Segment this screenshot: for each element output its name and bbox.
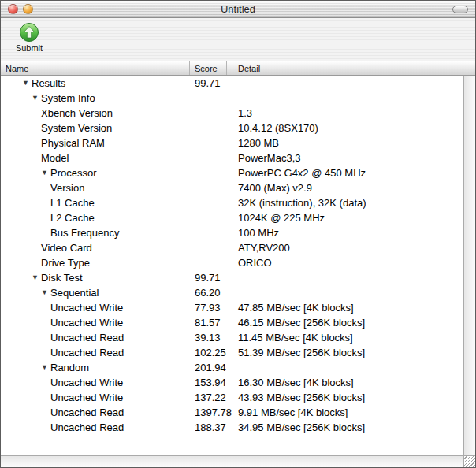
row-name-cell: Uncached Read	[1, 422, 190, 433]
table-row[interactable]: ▼ProcessorPowerPC G4x2 @ 450 MHz	[1, 165, 463, 180]
row-score: 99.71	[190, 272, 227, 284]
row-name-label: Processor	[50, 167, 97, 179]
toolbar-toggle-button[interactable]	[452, 6, 468, 13]
row-detail: ORICO	[227, 257, 463, 269]
submit-up-arrow-icon	[10, 22, 48, 43]
disclosure-triangle-icon[interactable]: ▼	[41, 169, 50, 176]
row-name-cell: L1 Cache	[1, 197, 190, 209]
table-row[interactable]: Uncached Write77.9347.85 MB/sec [4K bloc…	[1, 300, 463, 315]
disclosure-triangle-icon[interactable]: ▼	[32, 95, 41, 102]
table-row[interactable]: ModelPowerMac3,3	[1, 150, 463, 165]
row-name-label: Disk Test	[41, 272, 83, 284]
vertical-scrollbar[interactable]	[463, 76, 475, 455]
table-row[interactable]: Video CardATY,RV200	[1, 240, 463, 255]
disclosure-triangle-icon[interactable]: ▼	[41, 364, 50, 371]
table-row[interactable]: L1 Cache32K (instruction), 32K (data)	[1, 195, 463, 210]
row-name-label: Uncached Write	[50, 317, 123, 329]
row-detail: 11.45 MB/sec [4K blocks]	[227, 332, 463, 344]
disclosure-triangle-icon[interactable]: ▼	[22, 80, 32, 87]
row-score: 102.25	[190, 347, 227, 358]
row-name-label: Uncached Write	[50, 302, 123, 314]
row-detail: 100 MHz	[227, 227, 463, 239]
resize-grip-icon[interactable]	[463, 455, 475, 467]
row-name-cell: ▼Processor	[1, 167, 190, 179]
disclosure-triangle-icon[interactable]: ▼	[41, 289, 50, 296]
table-row[interactable]: ▼System Info	[1, 91, 463, 106]
window: Untitled Submit	[0, 0, 476, 468]
row-name-cell: Uncached Write	[1, 377, 190, 388]
column-header-score[interactable]: Score	[190, 61, 227, 75]
table-row[interactable]: ▼Disk Test99.71	[1, 270, 463, 285]
horizontal-scrollbar[interactable]	[1, 455, 463, 467]
row-score: 153.94	[190, 377, 227, 388]
row-score: 66.20	[190, 287, 227, 299]
results-outline: ▼Results99.71▼System InfoXbench Version1…	[1, 76, 463, 455]
table-row[interactable]: Version7400 (Max) v2.9	[1, 180, 463, 195]
row-name-cell: ▼System Info	[1, 92, 190, 104]
row-name-label: Physical RAM	[41, 137, 105, 149]
table-row[interactable]: ▼Sequential66.20	[1, 285, 463, 300]
row-detail: 1280 MB	[227, 137, 463, 149]
row-name-cell: ▼Random	[1, 362, 190, 373]
column-header-detail[interactable]: Detail	[227, 61, 475, 75]
table-row[interactable]: Uncached Write81.5746.15 MB/sec [256K bl…	[1, 315, 463, 330]
submit-label: Submit	[10, 43, 48, 53]
row-detail: ATY,RV200	[227, 242, 463, 254]
row-name-label: Uncached Read	[50, 332, 124, 344]
row-name-label: Model	[41, 152, 69, 164]
table-row[interactable]: Uncached Read188.3734.95 MB/sec [256K bl…	[1, 420, 463, 435]
row-name-label: Uncached Write	[50, 377, 123, 388]
row-score: 77.93	[190, 302, 227, 314]
table-row[interactable]: Physical RAM1280 MB	[1, 136, 463, 150]
row-name-cell: Uncached Read	[1, 347, 190, 358]
column-header-name[interactable]: Name	[1, 61, 190, 75]
row-score: 201.94	[190, 362, 227, 373]
row-name-label: Results	[32, 77, 65, 89]
disclosure-triangle-icon[interactable]: ▼	[32, 274, 41, 281]
row-score: 188.37	[190, 422, 227, 433]
row-name-cell: Model	[1, 152, 190, 164]
table-row[interactable]: System Version10.4.12 (8SX170)	[1, 121, 463, 136]
row-detail: 10.4.12 (8SX170)	[227, 122, 463, 134]
table-row[interactable]: Uncached Write137.2243.93 MB/sec [256K b…	[1, 390, 463, 405]
table-header: Name Score Detail	[1, 61, 475, 76]
row-name-label: Uncached Write	[50, 392, 123, 403]
row-name-cell: Version	[1, 182, 190, 194]
row-name-label: Video Card	[41, 242, 92, 254]
table-row[interactable]: Uncached Read1397.789.91 MB/sec [4K bloc…	[1, 405, 463, 420]
row-name-cell: Xbench Version	[1, 107, 190, 119]
window-title: Untitled	[1, 1, 475, 18]
row-detail: 9.91 MB/sec [4K blocks]	[227, 407, 463, 418]
row-name-label: L2 Cache	[50, 212, 95, 224]
table-row[interactable]: L2 Cache1024K @ 225 MHz	[1, 210, 463, 225]
table-row[interactable]: Xbench Version1.3	[1, 106, 463, 121]
row-detail: 7400 (Max) v2.9	[227, 182, 463, 194]
row-name-label: Uncached Read	[50, 422, 124, 433]
table-row[interactable]: Uncached Write153.9416.30 MB/sec [4K blo…	[1, 375, 463, 390]
submit-button[interactable]: Submit	[10, 22, 48, 53]
table-row[interactable]: Uncached Read39.1311.45 MB/sec [4K block…	[1, 330, 463, 345]
row-name-cell: Uncached Read	[1, 407, 190, 418]
row-name-cell: ▼Disk Test	[1, 272, 190, 284]
row-name-cell: Bus Frequency	[1, 227, 190, 239]
row-name-cell: ▼Results	[1, 77, 190, 89]
row-name-cell: Uncached Write	[1, 392, 190, 403]
row-name-label: Uncached Read	[50, 407, 124, 418]
row-detail: 46.15 MB/sec [256K blocks]	[227, 317, 463, 329]
table-row[interactable]: Drive TypeORICO	[1, 255, 463, 270]
row-name-cell: L2 Cache	[1, 212, 190, 224]
row-detail: PowerMac3,3	[227, 152, 463, 164]
row-detail: 1.3	[227, 107, 463, 119]
table-row[interactable]: ▼Random201.94	[1, 360, 463, 375]
titlebar[interactable]: Untitled	[1, 1, 475, 18]
row-score: 99.71	[190, 77, 227, 89]
table-row[interactable]: ▼Results99.71	[1, 76, 463, 91]
row-name-cell: System Version	[1, 122, 190, 134]
row-name-cell: ▼Sequential	[1, 287, 190, 299]
row-name-label: Sequential	[50, 287, 99, 299]
row-name-cell: Uncached Write	[1, 302, 190, 314]
toolbar: Submit	[1, 18, 475, 61]
row-name-label: L1 Cache	[50, 197, 95, 209]
table-row[interactable]: Uncached Read102.2551.39 MB/sec [256K bl…	[1, 345, 463, 360]
table-row[interactable]: Bus Frequency100 MHz	[1, 225, 463, 240]
